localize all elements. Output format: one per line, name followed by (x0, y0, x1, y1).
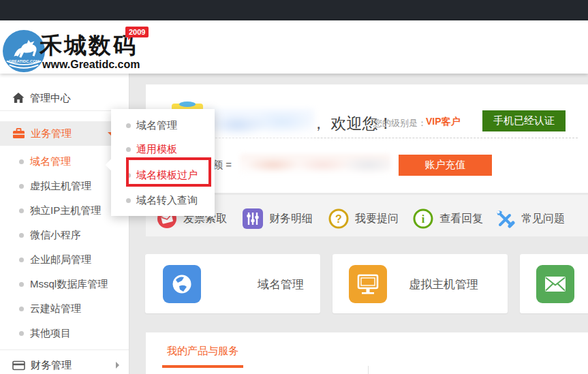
bullet-icon (19, 307, 24, 311)
sidebar-item-dedicated-ip-host[interactable]: 独立IP主机管理 (0, 198, 129, 223)
bullet-icon (19, 282, 24, 287)
card-enterprise-mail[interactable] (520, 254, 588, 313)
logo-url: www.Greatidc.com (42, 59, 140, 71)
sidebar: 管理中心 业务管理 域名管理 虚拟主机管理 独立IP主机管理 (0, 74, 129, 374)
flyout-item-general-template[interactable]: 通用模板 (111, 141, 215, 157)
divider (368, 366, 369, 374)
bullet-icon (126, 147, 131, 152)
sidebar-item-label: 独立IP主机管理 (30, 204, 101, 217)
quick-link-view-replies[interactable]: i 查看回复 (413, 208, 483, 229)
sidebar-item-label: 虚拟主机管理 (30, 180, 91, 193)
bullet-icon (19, 159, 24, 164)
balance-label: 额 = (213, 159, 232, 172)
bullet-icon (19, 258, 24, 262)
recharge-button[interactable]: 账户充值 (399, 155, 492, 176)
annotation-box (126, 157, 211, 187)
phone-verified-button[interactable]: 手机已经认证 (482, 110, 566, 131)
sidebar-item-mssql-database[interactable]: Mssql数据库管理 (0, 272, 129, 296)
sidebar-item-label: 管理中心 (30, 92, 71, 105)
sidebar-item-finance-management[interactable]: 财务管理 (0, 353, 129, 374)
credit-card-icon (12, 360, 25, 371)
sidebar-item-label: 微信小程序 (30, 229, 81, 242)
tab-my-products[interactable]: 我的产品与服务 (167, 345, 238, 358)
level-value: VIP客户 (426, 116, 461, 128)
arrow-right-icon (116, 362, 123, 369)
balance-amount-redacted (240, 154, 391, 176)
envelope-icon (536, 265, 574, 303)
card-domain-management[interactable]: 域名管理 (145, 254, 320, 313)
divider (0, 110, 129, 111)
globe-icon (163, 265, 201, 303)
level-label: 您的级别是： (373, 117, 427, 129)
header: GREATIDC.COM 禾城数码 www.Greatidc.com 2009 (0, 20, 588, 74)
top-bar (0, 0, 588, 20)
sidebar-item-label: 其他项目 (30, 327, 71, 340)
sidebar-item-cloud-sitebuilder[interactable]: 云建站管理 (0, 296, 129, 321)
sidebar-item-business-management[interactable]: 业务管理 (0, 121, 129, 146)
divider (154, 138, 578, 138)
card-virtual-host[interactable]: 虚拟主机管理 (332, 254, 508, 313)
logo-title: 禾城数码 (40, 34, 138, 57)
bullet-icon (19, 233, 24, 238)
flyout-item-domain-management[interactable]: 域名管理 (111, 117, 215, 134)
bullet-icon (126, 123, 131, 128)
sidebar-item-other-projects[interactable]: 其他项目 (0, 321, 129, 345)
bullet-icon (19, 331, 24, 336)
bullet-icon (126, 198, 131, 203)
horse-graphic: GREATIDC.COM (3, 30, 45, 72)
sidebar-item-management-center[interactable]: 管理中心 (0, 86, 129, 110)
card-label: 虚拟主机管理 (409, 277, 478, 292)
sidebar-item-virtual-host[interactable]: 虚拟主机管理 (0, 174, 129, 198)
bullet-icon (19, 184, 24, 189)
monitor-icon (349, 265, 387, 303)
svg-text:GREATIDC.COM: GREATIDC.COM (9, 59, 40, 63)
logo-year-badge: 2009 (125, 27, 149, 37)
sidebar-item-label: 业务管理 (31, 127, 72, 140)
divider (0, 349, 129, 350)
sidebar-item-label: 企业邮局管理 (30, 253, 91, 266)
quick-link-finance-detail[interactable]: 财务明细 (243, 208, 313, 229)
sidebar-item-enterprise-mail[interactable]: 企业邮局管理 (0, 247, 129, 272)
active-tab-underline (162, 365, 243, 368)
card-label: 域名管理 (258, 277, 304, 292)
svg-text:i: i (422, 213, 425, 225)
home-icon (12, 93, 25, 104)
flyout-item-domain-transfer-query[interactable]: 域名转入查询 (111, 192, 215, 208)
toolbox-icon (12, 128, 25, 139)
tools-icon (495, 208, 515, 229)
logo-horse-icon[interactable]: GREATIDC.COM (3, 30, 45, 72)
sidebar-item-wechat-miniprogram[interactable]: 微信小程序 (0, 223, 129, 247)
bullet-icon (19, 208, 24, 213)
quick-link-faq[interactable]: 常见问题 (495, 208, 565, 229)
username-redacted (204, 109, 315, 138)
quick-link-ask-question[interactable]: ? 我要提问 (328, 208, 399, 229)
sidebar-item-label: 云建站管理 (30, 302, 81, 315)
svg-text:?: ? (335, 213, 342, 225)
page: GREATIDC.COM 禾城数码 www.Greatidc.com 2009 … (0, 0, 588, 374)
question-icon: ? (328, 208, 349, 229)
sidebar-item-label: 财务管理 (31, 359, 72, 372)
sidebar-item-label: 域名管理 (30, 155, 71, 168)
sidebar-item-label: Mssql数据库管理 (30, 278, 108, 291)
info-icon: i (413, 208, 433, 229)
sliders-icon (243, 208, 263, 229)
